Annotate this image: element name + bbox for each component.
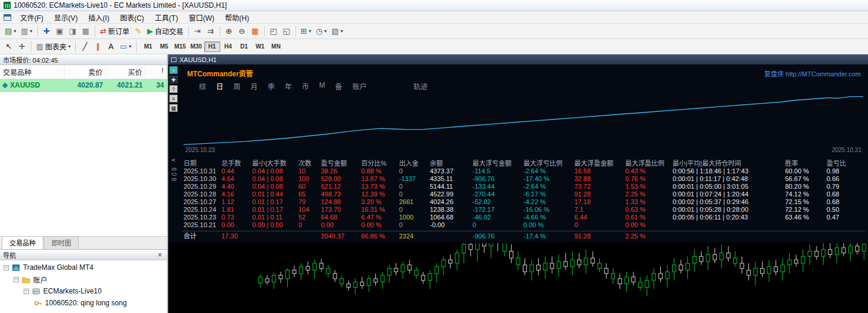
commander-cell: 5144.11 — [429, 183, 471, 191]
commander-tab[interactable]: 日 — [216, 81, 223, 91]
commander-cell — [671, 221, 784, 229]
commander-tab[interactable]: 月 — [250, 81, 258, 91]
tile-windows-button[interactable]: ▦ — [249, 25, 262, 38]
timeframe-h1-button[interactable]: H1 — [204, 41, 220, 52]
market-watch-tab[interactable]: 即时图 — [44, 236, 79, 249]
timeframe-w1-button[interactable]: W1 — [252, 41, 268, 52]
terminal-button[interactable]: ▦ — [79, 25, 92, 38]
commander-cell: 2025.10.28 — [182, 191, 220, 198]
chart-area[interactable]: −✚?≡▦ 808 MTCommander资管 复盘侠 http://MTCom… — [168, 64, 868, 313]
menu-item[interactable]: 图表(C) — [115, 11, 150, 24]
panel-list-button[interactable]: ≡ — [169, 95, 178, 102]
data-window-button[interactable]: ▣ — [53, 25, 66, 38]
timeframe-m30-button[interactable]: M30 — [188, 41, 204, 52]
spread-value: 34 — [146, 79, 167, 92]
commander-cell: 0.44 — [220, 167, 251, 175]
commander-cell: 0:00:01 | 0:05:00 | 3:01:05 — [671, 183, 784, 191]
commander-tab[interactable]: 季 — [268, 81, 275, 91]
menu-item[interactable]: 帮助(H) — [220, 11, 255, 24]
commander-tab[interactable]: 综 — [199, 81, 206, 91]
chart-titlebar[interactable]: XAUUSD,H1 — [168, 54, 868, 64]
commander-cell: 4373.37 — [429, 167, 471, 175]
market-watch-button[interactable]: ✚ — [40, 25, 53, 38]
commander-tab-trail[interactable]: 轨迹 — [413, 81, 427, 91]
commander-cell: 2025.10.24 — [182, 206, 220, 214]
commander-tab[interactable]: 币 — [302, 81, 309, 91]
panel-grid-button[interactable]: ▦ — [169, 104, 178, 112]
commander-cell: 621.12 — [320, 183, 360, 191]
chevron-down-icon — [324, 28, 327, 34]
menu-item[interactable]: 显示(V) — [49, 11, 83, 24]
templates-button[interactable]: ▧ — [329, 25, 345, 38]
commander-cell: -4.22 % — [522, 198, 573, 206]
add-indicator-button[interactable]: ⊞ — [298, 25, 314, 38]
chart-folder-button-label: 图表夹 — [45, 41, 66, 51]
commander-tab[interactable]: 账户 — [352, 81, 367, 91]
cursor-button[interactable]: ↖ — [2, 40, 15, 53]
chart-folder-button[interactable]: ▥图表夹 — [34, 40, 73, 53]
market-watch-tab[interactable]: 交易品种 — [2, 236, 43, 249]
commander-tab[interactable]: 周 — [233, 81, 240, 91]
menu-item[interactable]: 插入(I) — [83, 11, 114, 24]
timeframe-m5-button[interactable]: M5 — [156, 41, 172, 52]
commander-cell: 0.00 — [220, 221, 251, 229]
commander-cell: -17.40 % — [522, 175, 573, 183]
timeframe-mn-button[interactable]: MN — [268, 41, 284, 52]
chevron-down-icon — [68, 44, 70, 49]
tree-expander-icon[interactable] — [14, 277, 19, 282]
toolbar-separator — [136, 41, 137, 52]
tree-item[interactable]: TradeMax Global MT4 — [0, 262, 167, 273]
commander-cell: 0.01 | 0.17 — [251, 198, 297, 206]
candle-chart-button[interactable]: ◱ — [280, 25, 293, 38]
tree-item[interactable]: ECMarkets-Live10 — [0, 285, 167, 297]
text-tool-button[interactable]: A — [104, 40, 117, 53]
new-chart-button[interactable]: ▤ — [2, 25, 18, 38]
commander-tab[interactable]: 年 — [285, 81, 292, 91]
menu-item[interactable]: 窗口(W) — [184, 11, 220, 24]
chart-title: XAUUSD,H1 — [179, 56, 217, 63]
tree-item[interactable]: 账户 — [0, 273, 167, 285]
timeframe-h4-button[interactable]: H4 — [220, 41, 236, 52]
commander-column-header: 胜率 — [784, 160, 825, 167]
trendline-icon: ╱ — [82, 43, 87, 50]
crosshair-icon: ✛ — [19, 43, 25, 50]
commander-cell: 63.46 % — [784, 214, 825, 221]
auto-scroll-button[interactable]: ⇉ — [204, 25, 217, 38]
autotrading-button[interactable]: ▶自动交易 — [145, 25, 186, 38]
menu-item[interactable]: 工具(T) — [149, 11, 183, 24]
metaeditor-button[interactable]: ✎ — [132, 25, 145, 38]
window-title: 10060520: ECMarkets-Live10 - EC Markets … — [14, 1, 227, 9]
profiles-button[interactable]: ▥ — [18, 25, 34, 38]
toolbar-separator — [31, 41, 31, 52]
shapes-button[interactable]: ▭ — [117, 40, 133, 53]
timeframe-d1-button[interactable]: D1 — [236, 41, 252, 52]
panel-minimize-button[interactable]: − — [169, 66, 178, 74]
toolbar-separator — [188, 26, 189, 37]
chart-shift-button[interactable]: ⇥ — [191, 25, 204, 38]
trendline-button[interactable]: ╱ — [78, 40, 91, 53]
channel-button[interactable]: ∥ — [91, 40, 104, 53]
commander-watermark[interactable]: 复盘侠 http://MTCommander.com — [764, 69, 861, 78]
zoom-in-button[interactable]: ⊕ — [223, 25, 236, 38]
bar-chart-button[interactable]: ◰ — [267, 25, 280, 38]
tree-item[interactable]: 10060520: qing long song — [0, 297, 167, 309]
tree-expander-icon[interactable] — [4, 265, 9, 270]
timeframe-m15-button[interactable]: M15 — [172, 41, 188, 52]
market-watch-row-xauusd[interactable]: XAUUSD 4020.87 4021.21 34 — [0, 79, 167, 92]
navigator-button[interactable]: ◨ — [66, 25, 79, 38]
panel-help-button[interactable]: ? — [169, 85, 178, 93]
timeframe-m1-button[interactable]: M1 — [140, 41, 156, 52]
pan-tool-button[interactable]: ✚ — [169, 76, 178, 83]
close-icon[interactable] — [156, 251, 164, 259]
child-window-icon[interactable] — [4, 14, 11, 21]
zoom-out-button[interactable]: ⊖ — [236, 25, 249, 38]
commander-tab[interactable]: 备 — [335, 81, 342, 91]
menu-item[interactable]: 文件(F) — [15, 11, 49, 24]
crosshair-button[interactable]: ✛ — [15, 40, 28, 53]
zoom-in-icon: ⊕ — [226, 27, 232, 35]
commander-cell: 6.44 — [573, 214, 624, 221]
new-order-button[interactable]: ⇄新订单 — [98, 25, 132, 38]
periods-button[interactable]: ◷ — [313, 25, 329, 38]
commander-tab[interactable]: M — [319, 81, 325, 91]
tree-expander-icon[interactable] — [24, 289, 29, 294]
